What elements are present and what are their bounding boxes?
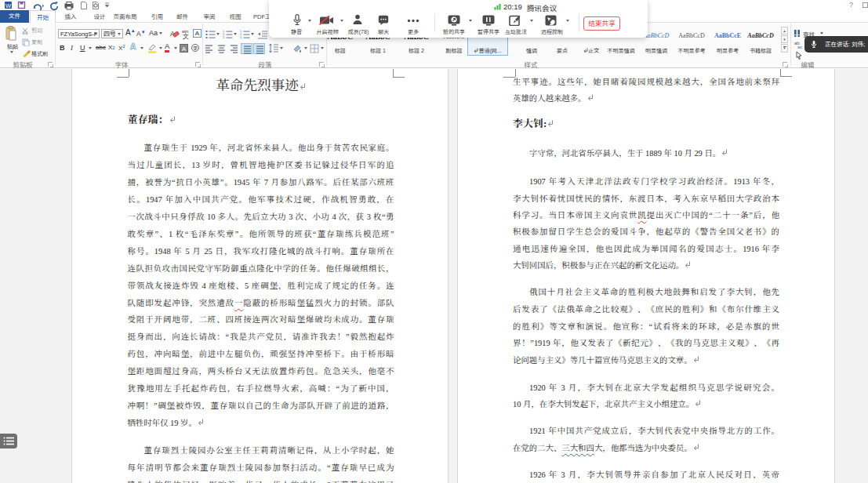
svg-text:W: W — [5, 2, 12, 9]
svg-text:文: 文 — [183, 33, 189, 39]
svg-text:3.: 3. — [223, 36, 225, 39]
svg-text:3.: 3. — [240, 36, 242, 39]
svg-text:ac: ac — [797, 45, 802, 49]
